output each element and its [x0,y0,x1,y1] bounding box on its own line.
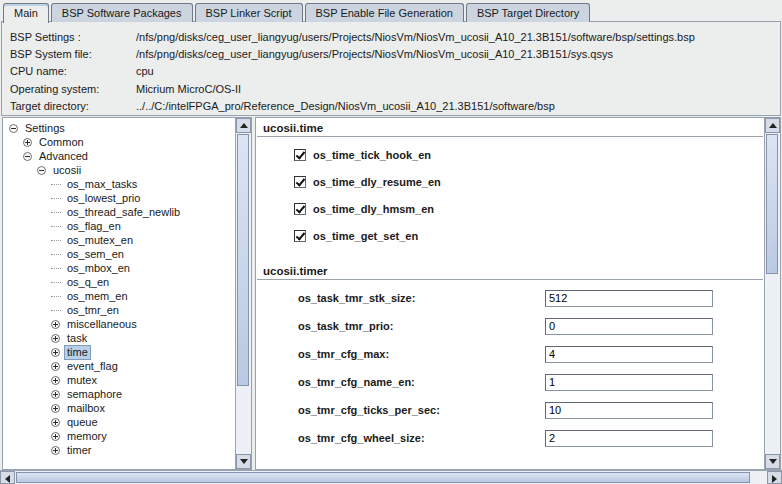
tree-collapsed-icon[interactable] [51,348,60,357]
tree-item-label: queue [64,416,101,429]
tree-collapsed-icon[interactable] [51,334,60,343]
scroll-up-button[interactable] [765,118,780,133]
tree-item-event_flag[interactable]: event_flag [5,359,234,373]
info-row-bsp-system-file: BSP System file: /nfs/png/disks/ceg_user… [2,45,780,62]
tree-collapsed-icon[interactable] [51,320,60,329]
tree-item-os_mutex_en[interactable]: os_mutex_en [5,233,234,247]
tree-item-os_q_en[interactable]: os_q_en [5,275,234,289]
tab-bsp-linker-script[interactable]: BSP Linker Script [195,3,303,22]
triangle-right-icon [772,475,777,483]
tree-item-label: timer [64,444,94,457]
tree-collapsed-icon[interactable] [51,376,60,385]
scroll-up-button[interactable] [236,118,251,133]
tree-collapsed-icon[interactable] [51,432,60,441]
os_tmr_cfg_wheel_size-input[interactable] [545,430,713,447]
tree-collapsed-icon[interactable] [51,446,60,455]
tab-bsp-target-directory[interactable]: BSP Target Directory [466,3,590,22]
tree-item-ucosii[interactable]: ucosii [5,163,234,177]
tree-item-label-selected: time [64,345,91,360]
tab-bsp-software-packages[interactable]: BSP Software Packages [51,3,193,22]
tree-item-os_mem_en[interactable]: os_mem_en [5,289,234,303]
tree-connector [51,296,61,297]
os_time_dly_resume_en-checkbox[interactable] [294,176,306,188]
scroll-left-button[interactable] [0,471,15,484]
tree-item-mutex[interactable]: mutex [5,373,234,387]
tree-item-os_tmr_en[interactable]: os_tmr_en [5,303,234,317]
os_time_tick_hook_en-checkbox[interactable] [294,149,306,161]
tree-item-os_mbox_en[interactable]: os_mbox_en [5,261,234,275]
tree-item-settings[interactable]: Settings [5,121,234,135]
tree-item-label: mutex [64,374,100,387]
scroll-right-button[interactable] [767,471,782,484]
tree-collapsed-icon[interactable] [51,390,60,399]
bsp-info-panel: BSP Settings : /nfs/png/disks/ceg_user_l… [1,21,781,116]
tree-item-label: mailbox [64,402,108,415]
tree-item-task[interactable]: task [5,331,234,345]
tree-connector [51,254,61,255]
tree-expanded-icon[interactable] [23,152,32,161]
tree-item-label: memory [64,430,110,443]
os_tmr_cfg_max-input[interactable] [545,346,713,363]
os_task_tmr_stk_size-input[interactable] [545,290,713,307]
tree-item-os_max_tasks[interactable]: os_max_tasks [5,177,234,191]
scroll-down-button[interactable] [236,454,251,469]
checkbox-label: os_time_dly_hmsm_en [313,203,434,215]
tree-item-queue[interactable]: queue [5,415,234,429]
tree-item-os_sem_en[interactable]: os_sem_en [5,247,234,261]
panel-vertical-scrollbar[interactable] [764,118,780,469]
checkbox-label: os_time_dly_resume_en [313,176,441,188]
cpu-name-label: CPU name: [2,65,134,77]
tree-item-mailbox[interactable]: mailbox [5,401,234,415]
tree-item-label: os_q_en [64,276,112,289]
tab-main[interactable]: Main [3,3,49,23]
tree-expanded-icon[interactable] [37,166,46,175]
tree-item-advanced[interactable]: Advanced [5,149,234,163]
group-ucosii-timer: ucosii.timer os_task_tmr_stk_size: os_ta… [257,263,763,452]
horizontal-scrollbar[interactable] [0,470,782,484]
settings-tree-panel: Settings Common Advanced ucosii os_max_t… [2,117,252,470]
tree-collapsed-icon[interactable] [51,362,60,371]
tree-item-label: Settings [22,122,68,135]
scroll-thumb[interactable] [766,134,778,274]
os_time_get_set_en-checkbox[interactable] [294,230,306,242]
tree-connector [51,240,61,241]
os_task_tmr_prio-input[interactable] [545,318,713,335]
triangle-up-icon [769,123,777,128]
field-label: os_task_tmr_prio: [298,320,545,332]
tree-item-label: os_max_tasks [64,178,140,191]
os_time_dly_hmsm_en-checkbox[interactable] [294,203,306,215]
field-label: os_tmr_cfg_wheel_size: [298,432,545,444]
tree-item-os_thread_safe_newlib[interactable]: os_thread_safe_newlib [5,205,234,219]
tab-bsp-enable-file-generation[interactable]: BSP Enable File Generation [305,3,464,22]
tree-collapsed-icon[interactable] [23,138,32,147]
operating-system-value: Micrium MicroC/OS-II [134,83,241,95]
tree-item-label: Advanced [36,150,91,163]
scroll-down-button[interactable] [765,454,780,469]
operating-system-label: Operating system: [2,83,134,95]
tree-item-time[interactable]: time [5,345,234,359]
row-os_task_tmr_stk_size: os_task_tmr_stk_size: [257,284,763,312]
target-directory-label: Target directory: [2,100,134,112]
tree-vertical-scrollbar[interactable] [235,118,251,469]
os_tmr_cfg_ticks_per_sec-input[interactable] [545,402,713,419]
tree-collapsed-icon[interactable] [51,404,60,413]
tree-item-common[interactable]: Common [5,135,234,149]
field-label: os_tmr_cfg_name_en: [298,376,545,388]
tree-item-memory[interactable]: memory [5,429,234,443]
tree-item-miscellaneous[interactable]: miscellaneous [5,317,234,331]
row-os_time_dly_hmsm_en: os_time_dly_hmsm_en [294,195,763,222]
tree-item-os_lowest_prio[interactable]: os_lowest_prio [5,191,234,205]
scroll-thumb[interactable] [237,134,249,386]
row-os_tmr_cfg_wheel_size: os_tmr_cfg_wheel_size: [257,424,763,452]
tree-item-os_flag_en[interactable]: os_flag_en [5,219,234,233]
tree-item-semaphore[interactable]: semaphore [5,387,234,401]
tree-collapsed-icon[interactable] [51,418,60,427]
os_tmr_cfg_name_en-input[interactable] [545,374,713,391]
scroll-thumb[interactable] [16,472,750,483]
tree-expanded-icon[interactable] [9,124,18,133]
tree-item-label: os_mem_en [64,290,131,303]
tree-item-label: os_mutex_en [64,234,136,247]
row-os_time_get_set_en: os_time_get_set_en [294,222,763,249]
tree-item-timer[interactable]: timer [5,443,234,457]
tree-connector [51,212,61,213]
